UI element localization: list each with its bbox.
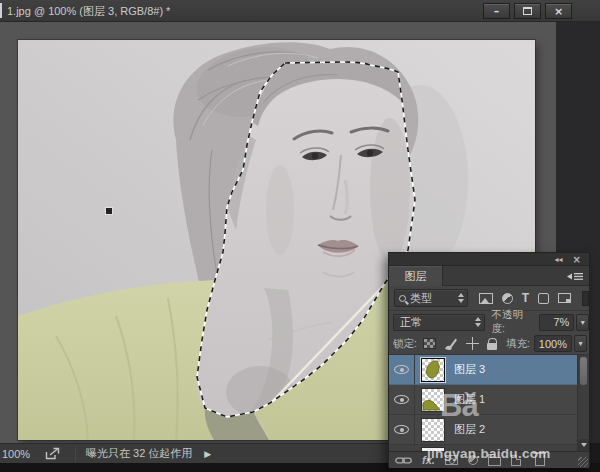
status-separator (75, 447, 76, 461)
panel-resize-grip[interactable] (578, 457, 588, 467)
lock-row: 锁定: 填充: 100% ▾ (389, 333, 589, 355)
export-share-icon[interactable] (44, 447, 61, 461)
close-button[interactable]: × (545, 3, 572, 19)
status-more-arrow-icon[interactable]: ▶ (204, 449, 211, 459)
lock-pixels-brush-icon[interactable] (444, 337, 458, 350)
eye-icon (394, 365, 409, 374)
scrollbar-thumb[interactable] (580, 357, 587, 385)
lock-position-icon[interactable] (466, 337, 479, 350)
window-controls: – × (483, 3, 572, 19)
layer-style-icon[interactable]: fx. (422, 454, 435, 466)
visibility-toggle[interactable] (389, 385, 415, 414)
layer-list: 图层 3 图层 1 图层 2 (389, 355, 589, 451)
new-adjustment-layer-icon[interactable] (468, 455, 478, 465)
panel-minibar: ◂◂ × (389, 253, 589, 266)
fill-dropdown-button[interactable]: ▾ (574, 335, 587, 352)
window-titlebar: 1.jpg @ 100% (图层 3, RGB/8#) * – × (0, 0, 600, 22)
blend-mode-select[interactable]: 正常 (393, 314, 485, 331)
panel-menu-icon[interactable] (567, 272, 583, 281)
minimize-button[interactable]: – (483, 3, 510, 19)
filter-pixel-layers-icon[interactable] (479, 293, 493, 304)
lock-all-icon[interactable] (487, 343, 497, 350)
minimize-icon: – (494, 6, 500, 17)
close-icon: × (554, 6, 563, 17)
lock-transparency-icon[interactable] (423, 338, 436, 349)
layer-name[interactable]: 图层 2 (454, 422, 485, 437)
spinner-icon (475, 317, 481, 327)
lock-label: 锁定: (393, 337, 417, 351)
eye-icon (394, 395, 409, 404)
layers-panel: ◂◂ × 图层 类型 T (388, 252, 590, 467)
tab-layers[interactable]: 图层 (389, 266, 443, 286)
filter-row: 类型 T (389, 286, 589, 311)
filter-shape-layers-icon[interactable] (538, 293, 549, 304)
new-group-icon[interactable] (488, 457, 501, 466)
panel-close-icon[interactable]: × (573, 254, 581, 265)
blend-mode-value: 正常 (400, 315, 422, 330)
fill-controls: 填充: 100% ▾ (499, 335, 589, 352)
filter-type-label: 类型 (410, 291, 432, 306)
link-layers-icon[interactable] (395, 456, 412, 465)
add-mask-icon[interactable] (445, 455, 458, 465)
zoom-level-field[interactable]: 100% (2, 448, 38, 460)
visibility-toggle[interactable] (389, 355, 415, 384)
layer-name[interactable]: 图层 3 (454, 362, 485, 377)
layer-name[interactable]: 图层 1 (454, 392, 485, 407)
panel-tabbar: 图层 (389, 266, 589, 286)
lock-buttons (423, 337, 497, 350)
layer-row-3[interactable]: 图层 3 (389, 355, 579, 385)
panel-footer: fx. (389, 451, 589, 468)
blend-row: 正常 不透明度: 7% ▾ (389, 311, 589, 333)
eye-icon (394, 425, 409, 434)
chevron-down-icon: ▾ (578, 339, 582, 348)
document-title: 1.jpg @ 100% (图层 3, RGB/8#) * (7, 4, 170, 19)
fill-label: 填充: (506, 337, 530, 351)
filter-adjustment-layers-icon[interactable] (502, 293, 513, 304)
layer-thumbnail[interactable] (421, 388, 445, 412)
new-layer-icon[interactable] (511, 455, 521, 466)
opacity-label: 不透明度: (492, 308, 536, 336)
filter-smart-objects-icon[interactable] (558, 293, 571, 303)
layer-row-1[interactable]: 图层 1 (389, 385, 579, 415)
layer-list-scrollbar[interactable] (577, 355, 589, 451)
status-message: 曝光只在 32 位起作用 (82, 446, 202, 461)
opacity-value: 7% (553, 316, 569, 328)
maximize-button[interactable] (514, 3, 541, 19)
fill-value: 100% (539, 338, 567, 350)
visibility-toggle[interactable] (389, 415, 415, 444)
scrollbar-down-button[interactable] (578, 439, 589, 451)
search-icon (399, 295, 406, 302)
color-sampler-point (106, 208, 112, 214)
chevron-down-icon: ▾ (581, 318, 585, 327)
maximize-icon (523, 7, 532, 15)
triangle-down-icon (581, 443, 587, 447)
filter-kind-buttons: T (479, 291, 589, 306)
filter-type-select[interactable]: 类型 (394, 289, 468, 307)
filtering-toggle-icon[interactable] (582, 291, 589, 306)
opacity-dropdown-button[interactable]: ▾ (576, 314, 589, 331)
photoshop-window: 1.jpg @ 100% (图层 3, RGB/8#) * – × (0, 0, 600, 472)
layer-thumbnail[interactable] (421, 358, 445, 382)
panel-collapse-icon[interactable]: ◂◂ (555, 255, 563, 264)
opacity-input[interactable]: 7% (539, 314, 574, 331)
fill-input[interactable]: 100% (534, 335, 572, 352)
tab-layers-label: 图层 (405, 269, 427, 284)
doc-tab-edge (0, 3, 2, 18)
delete-layer-icon[interactable] (535, 455, 545, 466)
layer-thumbnail[interactable] (421, 418, 445, 442)
filter-type-layers-icon[interactable]: T (522, 292, 529, 304)
layer-row-2[interactable]: 图层 2 (389, 415, 579, 445)
spinner-icon (458, 293, 464, 303)
